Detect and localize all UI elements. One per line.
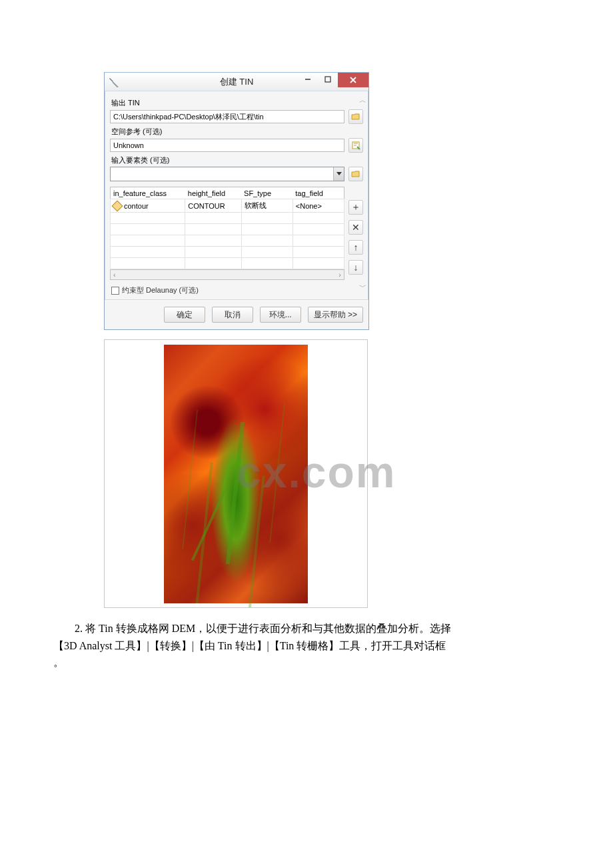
ok-button[interactable]: 确定 [164,307,205,323]
cell: <None> [293,199,344,213]
scroll-down-icon[interactable]: ﹀ [358,282,367,291]
spatial-ref-button[interactable] [348,138,363,153]
output-tin-input[interactable] [110,110,344,123]
spatial-ref-input[interactable] [110,139,344,152]
scroll-up-icon[interactable]: ︿ [358,95,367,105]
horizontal-scrollbar[interactable]: ‹ › [110,269,344,280]
col-tag-field: tag_field [293,187,344,199]
browse-output-button[interactable] [348,109,363,124]
dialog-body: ︿ 输出 TIN 空间参考 (可选) [105,91,368,299]
move-down-button[interactable]: ↓ [348,260,363,275]
move-up-button[interactable]: ↑ [348,240,363,255]
terrain-image [164,345,308,603]
maximize-button[interactable] [318,73,338,86]
table-row[interactable]: . [111,213,344,224]
window-buttons [298,73,368,87]
spatial-ref-label: 空间参考 (可选) [111,127,363,137]
svg-rect-1 [325,77,330,82]
cell: contour [124,202,149,210]
col-height-field: height_field [185,187,241,199]
minimize-button[interactable] [298,73,318,86]
add-row-button[interactable]: ＋ [348,200,363,215]
checkbox-icon[interactable] [111,287,119,295]
paragraph-line: 。 [53,654,560,671]
polygon-icon [112,200,123,211]
cell: CONTOUR [185,199,241,213]
browse-input-button[interactable] [348,167,363,181]
dialog-title: 创建 TIN [220,76,254,88]
show-help-button[interactable]: 显示帮助 >> [308,307,363,323]
cancel-button[interactable]: 取消 [212,307,253,323]
create-tin-dialog: 创建 TIN ︿ 输出 TIN [104,72,369,330]
input-fc-label: 输入要素类 (可选) [111,155,363,165]
body-paragraph: 2. 将 Tin 转换成格网 DEM，以便于进行表面分析和与其他数据的叠加分析。… [53,620,560,671]
col-in-feature-class: in_feature_class [111,187,185,199]
title-bar: 创建 TIN [105,73,368,91]
dialog-footer: 确定 取消 环境... 显示帮助 >> [105,299,368,329]
delete-row-button[interactable]: ✕ [348,220,363,235]
input-fc-dropdown[interactable] [110,167,344,181]
cell: 软断线 [241,199,293,213]
paragraph-line: 【3D Analyst 工具】|【转换】|【由 Tin 转出】|【Tin 转栅格… [53,637,560,655]
delaunay-checkbox-row[interactable]: 约束型 Delaunay (可选) [111,285,363,295]
output-tin-label: 输出 TIN [111,98,363,108]
table-row[interactable]: contour CONTOUR 软断线 <None> [111,199,344,213]
terrain-image-panel [104,339,368,608]
paragraph-line: 2. 将 Tin 转换成格网 DEM，以便于进行表面分析和与其他数据的叠加分析。… [53,620,560,637]
list-side-buttons: ＋ ✕ ↑ ↓ [348,187,363,280]
hammer-icon [109,77,119,87]
table-row[interactable]: . [111,258,344,269]
dropdown-arrow-icon[interactable] [333,167,344,181]
close-button[interactable] [338,73,368,87]
delaunay-checkbox-label: 约束型 Delaunay (可选) [122,285,199,295]
table-row[interactable]: . [111,247,344,258]
scroll-left-icon[interactable]: ‹ [113,271,116,279]
col-sf-type: SF_type [241,187,293,199]
table-header-row: in_feature_class height_field SF_type ta… [111,187,344,199]
environment-button[interactable]: 环境... [260,307,301,323]
scroll-right-icon[interactable]: › [338,271,341,279]
table-row[interactable]: . [111,235,344,247]
feature-class-table[interactable]: in_feature_class height_field SF_type ta… [110,187,344,269]
table-row[interactable]: . [111,224,344,235]
